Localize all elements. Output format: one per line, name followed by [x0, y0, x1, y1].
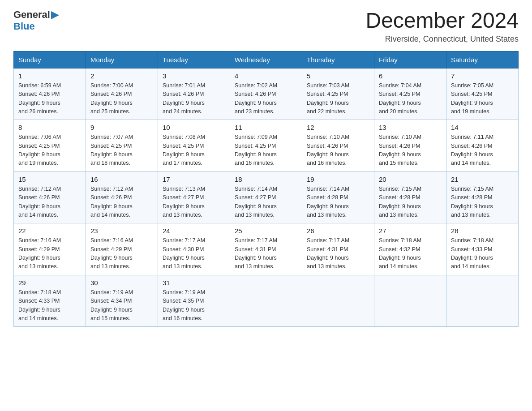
day-number: 29	[18, 279, 81, 287]
page-title: December 2024	[365, 9, 519, 33]
page-subtitle: Riverside, Connecticut, United States	[365, 34, 519, 44]
calendar-cell	[302, 275, 374, 327]
calendar-cell: 17 Sunrise: 7:13 AMSunset: 4:27 PMDaylig…	[158, 171, 230, 223]
calendar-cell: 9 Sunrise: 7:07 AMSunset: 4:25 PMDayligh…	[86, 120, 158, 172]
day-info: Sunrise: 7:05 AMSunset: 4:25 PMDaylight:…	[451, 81, 514, 116]
day-number: 2	[90, 72, 153, 80]
day-number: 22	[18, 227, 81, 235]
day-info: Sunrise: 7:19 AMSunset: 4:34 PMDaylight:…	[90, 288, 153, 323]
calendar-cell: 7 Sunrise: 7:05 AMSunset: 4:25 PMDayligh…	[446, 68, 519, 120]
logo: General Blue	[13, 9, 59, 32]
day-info: Sunrise: 6:59 AMSunset: 4:26 PMDaylight:…	[18, 81, 81, 116]
calendar-cell: 23 Sunrise: 7:16 AMSunset: 4:29 PMDaylig…	[86, 223, 158, 275]
calendar-cell: 22 Sunrise: 7:16 AMSunset: 4:29 PMDaylig…	[14, 223, 86, 275]
day-number: 30	[90, 279, 153, 287]
weekday-header-saturday: Saturday	[446, 51, 519, 68]
day-number: 25	[235, 227, 297, 235]
day-info: Sunrise: 7:15 AMSunset: 4:28 PMDaylight:…	[379, 185, 442, 220]
day-info: Sunrise: 7:17 AMSunset: 4:30 PMDaylight:…	[163, 236, 225, 271]
calendar-cell: 27 Sunrise: 7:18 AMSunset: 4:32 PMDaylig…	[374, 223, 446, 275]
day-number: 15	[18, 176, 81, 183]
day-number: 16	[90, 176, 153, 183]
day-info: Sunrise: 7:07 AMSunset: 4:25 PMDaylight:…	[90, 133, 153, 168]
weekday-header-thursday: Thursday	[302, 51, 374, 68]
day-number: 12	[307, 124, 369, 131]
calendar-week-2: 8 Sunrise: 7:06 AMSunset: 4:25 PMDayligh…	[14, 120, 519, 172]
day-info: Sunrise: 7:17 AMSunset: 4:31 PMDaylight:…	[235, 236, 297, 271]
day-info: Sunrise: 7:04 AMSunset: 4:25 PMDaylight:…	[379, 81, 442, 116]
day-number: 3	[163, 72, 225, 80]
calendar-cell: 2 Sunrise: 7:00 AMSunset: 4:26 PMDayligh…	[86, 68, 158, 120]
calendar-cell: 21 Sunrise: 7:15 AMSunset: 4:28 PMDaylig…	[446, 171, 519, 223]
day-info: Sunrise: 7:08 AMSunset: 4:25 PMDaylight:…	[163, 133, 225, 168]
calendar-week-5: 29 Sunrise: 7:18 AMSunset: 4:33 PMDaylig…	[14, 275, 519, 327]
weekday-header-wednesday: Wednesday	[230, 51, 302, 68]
day-number: 26	[307, 227, 369, 235]
calendar-cell: 20 Sunrise: 7:15 AMSunset: 4:28 PMDaylig…	[374, 171, 446, 223]
day-number: 5	[307, 72, 369, 80]
calendar-cell: 30 Sunrise: 7:19 AMSunset: 4:34 PMDaylig…	[86, 275, 158, 327]
day-info: Sunrise: 7:18 AMSunset: 4:33 PMDaylight:…	[451, 236, 514, 271]
day-info: Sunrise: 7:11 AMSunset: 4:26 PMDaylight:…	[451, 133, 514, 168]
day-info: Sunrise: 7:16 AMSunset: 4:29 PMDaylight:…	[18, 236, 81, 271]
day-number: 19	[307, 176, 369, 183]
calendar-week-1: 1 Sunrise: 6:59 AMSunset: 4:26 PMDayligh…	[14, 68, 519, 120]
day-info: Sunrise: 7:10 AMSunset: 4:26 PMDaylight:…	[307, 133, 369, 168]
day-number: 13	[379, 124, 442, 131]
calendar-cell: 24 Sunrise: 7:17 AMSunset: 4:30 PMDaylig…	[158, 223, 230, 275]
day-info: Sunrise: 7:19 AMSunset: 4:35 PMDaylight:…	[163, 288, 225, 323]
logo-general-text: General	[13, 9, 50, 21]
calendar-cell: 29 Sunrise: 7:18 AMSunset: 4:33 PMDaylig…	[14, 275, 86, 327]
day-number: 21	[451, 176, 514, 183]
day-number: 7	[451, 72, 514, 80]
calendar-cell: 5 Sunrise: 7:03 AMSunset: 4:25 PMDayligh…	[302, 68, 374, 120]
day-number: 9	[90, 124, 153, 131]
calendar-cell: 31 Sunrise: 7:19 AMSunset: 4:35 PMDaylig…	[158, 275, 230, 327]
calendar-cell: 25 Sunrise: 7:17 AMSunset: 4:31 PMDaylig…	[230, 223, 302, 275]
logo-arrow-icon	[51, 11, 59, 19]
day-number: 10	[163, 124, 225, 131]
calendar-cell: 6 Sunrise: 7:04 AMSunset: 4:25 PMDayligh…	[374, 68, 446, 120]
day-info: Sunrise: 7:14 AMSunset: 4:28 PMDaylight:…	[307, 185, 369, 220]
calendar-cell: 18 Sunrise: 7:14 AMSunset: 4:27 PMDaylig…	[230, 171, 302, 223]
day-info: Sunrise: 7:06 AMSunset: 4:25 PMDaylight:…	[18, 133, 81, 168]
page-header: General Blue December 2024 Riverside, Co…	[13, 9, 519, 44]
calendar-cell: 1 Sunrise: 6:59 AMSunset: 4:26 PMDayligh…	[14, 68, 86, 120]
weekday-header-monday: Monday	[86, 51, 158, 68]
calendar-cell: 13 Sunrise: 7:10 AMSunset: 4:26 PMDaylig…	[374, 120, 446, 172]
calendar-cell: 15 Sunrise: 7:12 AMSunset: 4:26 PMDaylig…	[14, 171, 86, 223]
calendar-cell: 16 Sunrise: 7:12 AMSunset: 4:26 PMDaylig…	[86, 171, 158, 223]
day-number: 24	[163, 227, 225, 235]
calendar-cell	[374, 275, 446, 327]
day-info: Sunrise: 7:16 AMSunset: 4:29 PMDaylight:…	[90, 236, 153, 271]
day-info: Sunrise: 7:15 AMSunset: 4:28 PMDaylight:…	[451, 185, 514, 220]
day-number: 27	[379, 227, 442, 235]
day-info: Sunrise: 7:13 AMSunset: 4:27 PMDaylight:…	[163, 185, 225, 220]
weekday-header-sunday: Sunday	[14, 51, 86, 68]
calendar-cell: 28 Sunrise: 7:18 AMSunset: 4:33 PMDaylig…	[446, 223, 519, 275]
weekday-header-row: SundayMondayTuesdayWednesdayThursdayFrid…	[14, 51, 519, 68]
day-number: 31	[163, 279, 225, 287]
day-info: Sunrise: 7:03 AMSunset: 4:25 PMDaylight:…	[307, 81, 369, 116]
calendar-cell: 8 Sunrise: 7:06 AMSunset: 4:25 PMDayligh…	[14, 120, 86, 172]
calendar-cell: 26 Sunrise: 7:17 AMSunset: 4:31 PMDaylig…	[302, 223, 374, 275]
weekday-header-friday: Friday	[374, 51, 446, 68]
day-number: 6	[379, 72, 442, 80]
day-number: 17	[163, 176, 225, 183]
weekday-header-tuesday: Tuesday	[158, 51, 230, 68]
calendar-cell: 14 Sunrise: 7:11 AMSunset: 4:26 PMDaylig…	[446, 120, 519, 172]
day-number: 18	[235, 176, 297, 183]
day-info: Sunrise: 7:17 AMSunset: 4:31 PMDaylight:…	[307, 236, 369, 271]
day-number: 23	[90, 227, 153, 235]
day-info: Sunrise: 7:00 AMSunset: 4:26 PMDaylight:…	[90, 81, 153, 116]
day-number: 11	[235, 124, 297, 131]
day-info: Sunrise: 7:09 AMSunset: 4:25 PMDaylight:…	[235, 133, 297, 168]
day-number: 8	[18, 124, 81, 131]
calendar-cell: 19 Sunrise: 7:14 AMSunset: 4:28 PMDaylig…	[302, 171, 374, 223]
day-info: Sunrise: 7:12 AMSunset: 4:26 PMDaylight:…	[90, 185, 153, 220]
day-info: Sunrise: 7:18 AMSunset: 4:32 PMDaylight:…	[379, 236, 442, 271]
day-number: 14	[451, 124, 514, 131]
calendar-week-4: 22 Sunrise: 7:16 AMSunset: 4:29 PMDaylig…	[14, 223, 519, 275]
calendar-cell: 3 Sunrise: 7:01 AMSunset: 4:26 PMDayligh…	[158, 68, 230, 120]
calendar-cell: 4 Sunrise: 7:02 AMSunset: 4:26 PMDayligh…	[230, 68, 302, 120]
